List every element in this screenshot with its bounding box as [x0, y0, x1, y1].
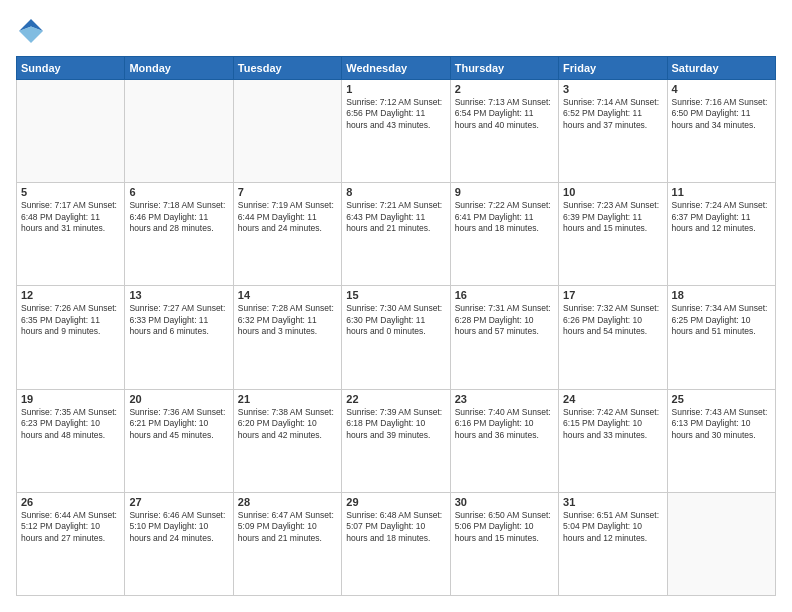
calendar-cell	[667, 492, 775, 595]
calendar-cell: 26Sunrise: 6:44 AM Sunset: 5:12 PM Dayli…	[17, 492, 125, 595]
day-info: Sunrise: 7:18 AM Sunset: 6:46 PM Dayligh…	[129, 200, 228, 234]
day-number: 22	[346, 393, 445, 405]
day-info: Sunrise: 7:38 AM Sunset: 6:20 PM Dayligh…	[238, 407, 337, 441]
day-number: 6	[129, 186, 228, 198]
day-info: Sunrise: 7:43 AM Sunset: 6:13 PM Dayligh…	[672, 407, 771, 441]
calendar-cell	[17, 80, 125, 183]
day-info: Sunrise: 7:42 AM Sunset: 6:15 PM Dayligh…	[563, 407, 662, 441]
calendar-cell: 10Sunrise: 7:23 AM Sunset: 6:39 PM Dayli…	[559, 183, 667, 286]
calendar-cell: 5Sunrise: 7:17 AM Sunset: 6:48 PM Daylig…	[17, 183, 125, 286]
calendar-cell: 12Sunrise: 7:26 AM Sunset: 6:35 PM Dayli…	[17, 286, 125, 389]
calendar-cell: 22Sunrise: 7:39 AM Sunset: 6:18 PM Dayli…	[342, 389, 450, 492]
day-number: 19	[21, 393, 120, 405]
day-number: 29	[346, 496, 445, 508]
day-number: 12	[21, 289, 120, 301]
calendar-cell: 27Sunrise: 6:46 AM Sunset: 5:10 PM Dayli…	[125, 492, 233, 595]
day-info: Sunrise: 7:26 AM Sunset: 6:35 PM Dayligh…	[21, 303, 120, 337]
day-info: Sunrise: 7:30 AM Sunset: 6:30 PM Dayligh…	[346, 303, 445, 337]
calendar-week-4: 19Sunrise: 7:35 AM Sunset: 6:23 PM Dayli…	[17, 389, 776, 492]
day-number: 18	[672, 289, 771, 301]
day-number: 15	[346, 289, 445, 301]
day-info: Sunrise: 6:47 AM Sunset: 5:09 PM Dayligh…	[238, 510, 337, 544]
calendar-cell: 6Sunrise: 7:18 AM Sunset: 6:46 PM Daylig…	[125, 183, 233, 286]
day-info: Sunrise: 7:36 AM Sunset: 6:21 PM Dayligh…	[129, 407, 228, 441]
day-info: Sunrise: 7:24 AM Sunset: 6:37 PM Dayligh…	[672, 200, 771, 234]
calendar-cell: 31Sunrise: 6:51 AM Sunset: 5:04 PM Dayli…	[559, 492, 667, 595]
logo	[16, 16, 50, 46]
day-info: Sunrise: 6:48 AM Sunset: 5:07 PM Dayligh…	[346, 510, 445, 544]
weekday-header-friday: Friday	[559, 57, 667, 80]
calendar-week-5: 26Sunrise: 6:44 AM Sunset: 5:12 PM Dayli…	[17, 492, 776, 595]
calendar-cell: 13Sunrise: 7:27 AM Sunset: 6:33 PM Dayli…	[125, 286, 233, 389]
weekday-header-tuesday: Tuesday	[233, 57, 341, 80]
calendar-cell: 1Sunrise: 7:12 AM Sunset: 6:56 PM Daylig…	[342, 80, 450, 183]
day-info: Sunrise: 6:46 AM Sunset: 5:10 PM Dayligh…	[129, 510, 228, 544]
day-info: Sunrise: 7:31 AM Sunset: 6:28 PM Dayligh…	[455, 303, 554, 337]
day-number: 11	[672, 186, 771, 198]
day-number: 30	[455, 496, 554, 508]
calendar-cell: 17Sunrise: 7:32 AM Sunset: 6:26 PM Dayli…	[559, 286, 667, 389]
day-number: 14	[238, 289, 337, 301]
day-number: 17	[563, 289, 662, 301]
calendar-week-1: 1Sunrise: 7:12 AM Sunset: 6:56 PM Daylig…	[17, 80, 776, 183]
day-info: Sunrise: 7:16 AM Sunset: 6:50 PM Dayligh…	[672, 97, 771, 131]
header	[16, 16, 776, 46]
day-info: Sunrise: 7:19 AM Sunset: 6:44 PM Dayligh…	[238, 200, 337, 234]
calendar-cell	[125, 80, 233, 183]
day-info: Sunrise: 7:40 AM Sunset: 6:16 PM Dayligh…	[455, 407, 554, 441]
day-number: 3	[563, 83, 662, 95]
day-number: 20	[129, 393, 228, 405]
day-info: Sunrise: 7:17 AM Sunset: 6:48 PM Dayligh…	[21, 200, 120, 234]
calendar-cell: 3Sunrise: 7:14 AM Sunset: 6:52 PM Daylig…	[559, 80, 667, 183]
day-info: Sunrise: 7:14 AM Sunset: 6:52 PM Dayligh…	[563, 97, 662, 131]
day-number: 26	[21, 496, 120, 508]
day-info: Sunrise: 7:34 AM Sunset: 6:25 PM Dayligh…	[672, 303, 771, 337]
day-info: Sunrise: 7:32 AM Sunset: 6:26 PM Dayligh…	[563, 303, 662, 337]
calendar-cell: 29Sunrise: 6:48 AM Sunset: 5:07 PM Dayli…	[342, 492, 450, 595]
weekday-header-thursday: Thursday	[450, 57, 558, 80]
calendar-cell: 9Sunrise: 7:22 AM Sunset: 6:41 PM Daylig…	[450, 183, 558, 286]
day-number: 7	[238, 186, 337, 198]
calendar-cell: 8Sunrise: 7:21 AM Sunset: 6:43 PM Daylig…	[342, 183, 450, 286]
day-info: Sunrise: 7:23 AM Sunset: 6:39 PM Dayligh…	[563, 200, 662, 234]
calendar-week-2: 5Sunrise: 7:17 AM Sunset: 6:48 PM Daylig…	[17, 183, 776, 286]
weekday-header-row: SundayMondayTuesdayWednesdayThursdayFrid…	[17, 57, 776, 80]
day-number: 13	[129, 289, 228, 301]
weekday-header-sunday: Sunday	[17, 57, 125, 80]
day-number: 8	[346, 186, 445, 198]
day-number: 4	[672, 83, 771, 95]
calendar-cell: 4Sunrise: 7:16 AM Sunset: 6:50 PM Daylig…	[667, 80, 775, 183]
calendar-cell: 30Sunrise: 6:50 AM Sunset: 5:06 PM Dayli…	[450, 492, 558, 595]
day-info: Sunrise: 7:27 AM Sunset: 6:33 PM Dayligh…	[129, 303, 228, 337]
weekday-header-wednesday: Wednesday	[342, 57, 450, 80]
calendar-cell: 14Sunrise: 7:28 AM Sunset: 6:32 PM Dayli…	[233, 286, 341, 389]
day-info: Sunrise: 7:22 AM Sunset: 6:41 PM Dayligh…	[455, 200, 554, 234]
day-number: 9	[455, 186, 554, 198]
weekday-header-monday: Monday	[125, 57, 233, 80]
calendar-cell: 18Sunrise: 7:34 AM Sunset: 6:25 PM Dayli…	[667, 286, 775, 389]
calendar-cell: 25Sunrise: 7:43 AM Sunset: 6:13 PM Dayli…	[667, 389, 775, 492]
calendar-week-3: 12Sunrise: 7:26 AM Sunset: 6:35 PM Dayli…	[17, 286, 776, 389]
day-number: 25	[672, 393, 771, 405]
day-info: Sunrise: 7:21 AM Sunset: 6:43 PM Dayligh…	[346, 200, 445, 234]
calendar-cell: 20Sunrise: 7:36 AM Sunset: 6:21 PM Dayli…	[125, 389, 233, 492]
calendar-cell: 11Sunrise: 7:24 AM Sunset: 6:37 PM Dayli…	[667, 183, 775, 286]
day-number: 5	[21, 186, 120, 198]
day-number: 24	[563, 393, 662, 405]
day-number: 2	[455, 83, 554, 95]
day-number: 10	[563, 186, 662, 198]
day-number: 21	[238, 393, 337, 405]
day-number: 1	[346, 83, 445, 95]
calendar-table: SundayMondayTuesdayWednesdayThursdayFrid…	[16, 56, 776, 596]
day-info: Sunrise: 6:51 AM Sunset: 5:04 PM Dayligh…	[563, 510, 662, 544]
calendar-cell: 15Sunrise: 7:30 AM Sunset: 6:30 PM Dayli…	[342, 286, 450, 389]
day-info: Sunrise: 6:44 AM Sunset: 5:12 PM Dayligh…	[21, 510, 120, 544]
day-number: 16	[455, 289, 554, 301]
page: SundayMondayTuesdayWednesdayThursdayFrid…	[0, 0, 792, 612]
day-info: Sunrise: 6:50 AM Sunset: 5:06 PM Dayligh…	[455, 510, 554, 544]
calendar-cell: 23Sunrise: 7:40 AM Sunset: 6:16 PM Dayli…	[450, 389, 558, 492]
calendar-cell: 19Sunrise: 7:35 AM Sunset: 6:23 PM Dayli…	[17, 389, 125, 492]
day-info: Sunrise: 7:12 AM Sunset: 6:56 PM Dayligh…	[346, 97, 445, 131]
day-info: Sunrise: 7:39 AM Sunset: 6:18 PM Dayligh…	[346, 407, 445, 441]
calendar-cell: 2Sunrise: 7:13 AM Sunset: 6:54 PM Daylig…	[450, 80, 558, 183]
